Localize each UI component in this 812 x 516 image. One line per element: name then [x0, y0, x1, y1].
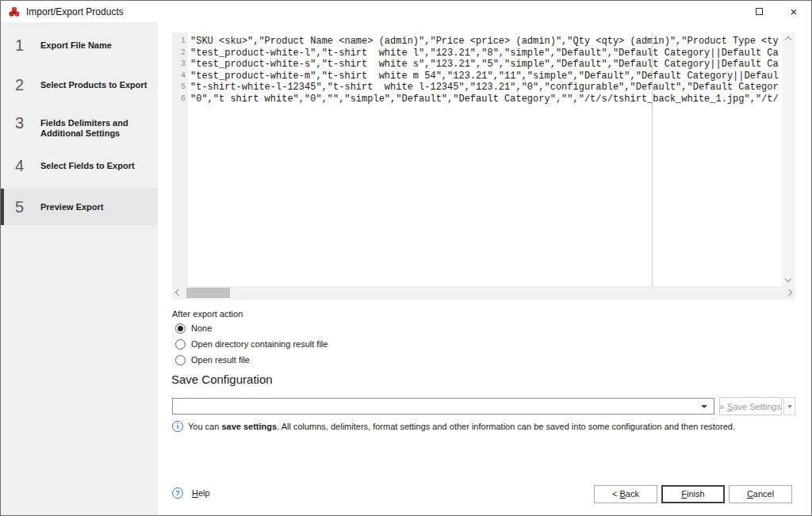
- step-label: Fields Delimiters and Additional Setting…: [34, 114, 153, 139]
- radio-none[interactable]: None: [175, 322, 212, 334]
- note-text: You can save settings. All columns, deli…: [188, 421, 735, 432]
- sidebar-step-select-products[interactable]: 2 Select Products to Export: [1, 76, 158, 94]
- close-icon: ×: [791, 6, 798, 17]
- scroll-up-icon[interactable]: [785, 36, 791, 43]
- scroll-left-icon[interactable]: [175, 289, 182, 296]
- maximize-button[interactable]: [741, 1, 776, 22]
- line-number: 6: [172, 94, 188, 105]
- line-number: 4: [172, 71, 188, 82]
- radio-open-directory-circle[interactable]: [175, 339, 186, 350]
- step-number: 5: [15, 198, 34, 216]
- cancel-button[interactable]: Cancel: [729, 485, 792, 503]
- save-settings-label: Save Settings: [727, 402, 781, 411]
- radio-none-circle[interactable]: [175, 323, 186, 334]
- help-icon: ?: [172, 487, 183, 499]
- window-title: Import/Export Products: [26, 6, 124, 17]
- import-export-dialog: Import/Export Products × 1 Export File N…: [0, 0, 812, 516]
- step-label: Select Products to Export: [34, 76, 153, 90]
- maximize-icon: [756, 8, 763, 15]
- line-number: 3: [172, 59, 188, 71]
- save-settings-button[interactable]: Save Settings: [719, 397, 782, 415]
- step-number: 1: [15, 36, 34, 54]
- export-preview-editor[interactable]: 1 2 3 4 5 6 "SKU <sku>","Product Name <n…: [172, 32, 795, 300]
- step-number: 4: [15, 157, 34, 174]
- wizard-sidebar: 1 Export File Name 2 Select Products to …: [1, 22, 158, 515]
- step-number: 2: [15, 76, 34, 94]
- step-number: 3: [15, 114, 34, 132]
- horizontal-scrollbar-thumb[interactable]: [186, 288, 230, 298]
- save-settings-note: i You can save settings. All columns, de…: [172, 421, 735, 432]
- scroll-down-icon[interactable]: [785, 276, 791, 282]
- configuration-combobox-value: [173, 402, 177, 411]
- csv-line: "t-shirt-white-l-12345","t-shirt white l…: [190, 82, 782, 94]
- csv-preview-text[interactable]: "SKU <sku>","Product Name <name> (admin)…: [188, 32, 782, 286]
- help-label: Help: [192, 488, 210, 498]
- line-number: 2: [172, 48, 188, 59]
- line-number: 1: [172, 36, 188, 48]
- csv-line: "test_product-white-s","t-shirt white s"…: [190, 59, 782, 71]
- help-link[interactable]: ? Help: [172, 487, 210, 499]
- step-label: Export File Name: [34, 36, 153, 51]
- radio-none-label: None: [191, 323, 212, 333]
- after-export-action-label: After export action: [172, 309, 243, 319]
- info-icon: i: [172, 421, 183, 432]
- save-settings-dropdown-button[interactable]: [783, 397, 795, 415]
- vertical-scrollbar[interactable]: [782, 32, 795, 286]
- line-number-gutter: 1 2 3 4 5 6: [172, 32, 188, 286]
- radio-open-result-file[interactable]: Open result file: [175, 354, 250, 366]
- radio-open-result-file-circle[interactable]: [175, 355, 186, 365]
- app-logo-icon: [8, 6, 21, 18]
- sidebar-step-select-fields[interactable]: 4 Select Fields to Export: [1, 157, 158, 174]
- radio-open-directory-label: Open directory containing result file: [191, 339, 327, 349]
- back-button[interactable]: < Back: [594, 485, 657, 503]
- save-configuration-heading: Save Configuration: [171, 373, 273, 386]
- finish-button[interactable]: Finish: [661, 485, 725, 503]
- chevron-down-icon[interactable]: [701, 405, 707, 408]
- main-panel: 1 2 3 4 5 6 "SKU <sku>","Product Name <n…: [158, 22, 811, 515]
- csv-line: "SKU <sku>","Product Name <name> (admin)…: [190, 36, 782, 48]
- radio-open-directory[interactable]: Open directory containing result file: [175, 338, 327, 350]
- sidebar-step-fields-delimiters[interactable]: 3 Fields Delimiters and Additional Setti…: [1, 114, 158, 139]
- radio-open-result-file-label: Open result file: [191, 355, 250, 365]
- close-button[interactable]: ×: [776, 1, 811, 22]
- editor-body: 1 2 3 4 5 6 "SKU <sku>","Product Name <n…: [172, 32, 782, 286]
- csv-line: "test_product-white-l","t-shirt white l"…: [190, 48, 782, 59]
- scroll-right-icon[interactable]: [786, 289, 792, 296]
- step-label: Select Fields to Export: [34, 157, 153, 171]
- sidebar-step-export-file-name[interactable]: 1 Export File Name: [1, 36, 158, 54]
- save-icon: [720, 401, 724, 412]
- chevron-down-icon: [787, 405, 792, 408]
- csv-line: "0","t shirt white","0","","simple","Def…: [190, 94, 782, 105]
- horizontal-scrollbar[interactable]: [172, 286, 795, 300]
- configuration-combobox[interactable]: [172, 398, 714, 415]
- title-bar: Import/Export Products ×: [1, 1, 811, 22]
- step-label: Preview Export: [34, 202, 153, 212]
- editor-margin-guide: [652, 32, 653, 286]
- sidebar-step-preview-export[interactable]: 5 Preview Export: [1, 189, 158, 225]
- line-number: 5: [172, 82, 188, 94]
- csv-line: "test_product-white-m","t-shirt white m …: [190, 71, 782, 82]
